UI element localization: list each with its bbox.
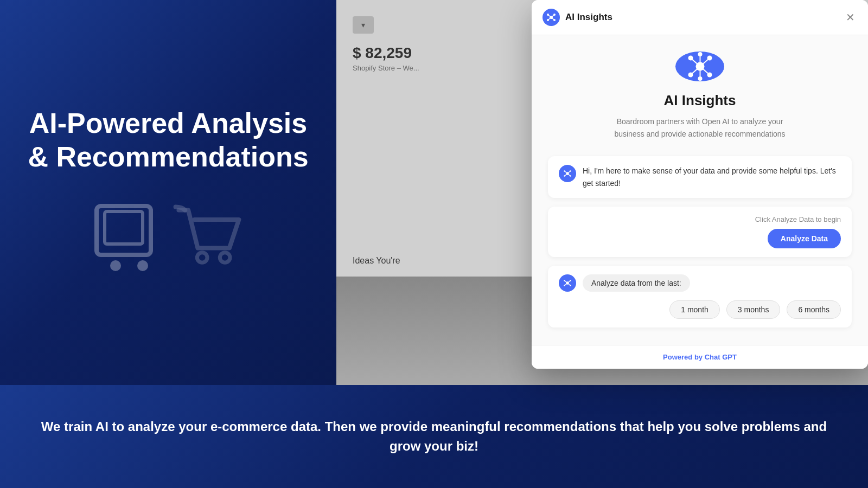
chat-avatar-1 <box>559 165 576 182</box>
chat-text-1: Hi, I'm here to make sense of your data … <box>583 165 841 189</box>
svg-point-5 <box>220 253 231 263</box>
background-panel: ▾ $ 82,259 Shopify Store – We... Ideas Y… <box>336 0 868 385</box>
time-option-3months[interactable]: 3 months <box>726 300 781 319</box>
svg-point-3 <box>137 260 148 271</box>
svg-line-25 <box>700 67 710 75</box>
svg-line-23 <box>700 58 710 67</box>
bg-dropdown[interactable]: ▾ <box>353 16 374 34</box>
dropdown-chevron: ▾ <box>361 21 365 29</box>
close-icon[interactable]: ✕ <box>844 10 857 25</box>
ai-insights-dialog: AI Insights ✕ <box>532 0 868 369</box>
bottom-banner: We train AI to analyze your e-commerce d… <box>0 385 868 488</box>
analyze-section: Click Analyze Data to begin Analyze Data <box>548 207 852 257</box>
footer-text: Powered by <box>663 353 705 361</box>
time-option-1month[interactable]: 1 month <box>669 300 720 319</box>
ai-logo <box>675 52 724 81</box>
left-panel-title: AI-Powered Analysis & Recommendations <box>22 106 315 174</box>
svg-point-2 <box>110 260 121 271</box>
chat-row-2: Analyze data from the last: <box>559 274 841 292</box>
dialog-main-title: AI Insights <box>664 92 736 109</box>
analyze-prompt: Analyze data from the last: <box>583 274 690 292</box>
cart-icon <box>91 201 245 279</box>
chat-message-2: Analyze data from the last: 1 month 3 mo… <box>548 266 852 328</box>
svg-line-24 <box>691 67 700 75</box>
analyze-data-button[interactable]: Analyze Data <box>768 229 841 248</box>
dialog-body: AI Insights Boardroom partners with Open… <box>532 35 868 345</box>
svg-rect-1 <box>105 211 143 244</box>
left-panel: AI-Powered Analysis & Recommendations <box>0 0 336 385</box>
svg-point-4 <box>197 253 208 263</box>
dialog-footer: Powered by Chat GPT <box>532 345 868 369</box>
bg-ideas-text: Ideas You're <box>353 256 400 266</box>
time-option-6months[interactable]: 6 months <box>787 300 841 319</box>
dialog-header-title: AI Insights <box>565 12 844 23</box>
time-options: 1 month 3 months 6 months <box>559 300 841 319</box>
dialog-header-icon <box>542 9 560 26</box>
chat-message-1: Hi, I'm here to make sense of your data … <box>548 156 852 198</box>
footer-brand: Chat GPT <box>705 353 737 361</box>
bottom-banner-text: We train AI to analyze your e-commerce d… <box>33 417 835 456</box>
dialog-header: AI Insights ✕ <box>532 0 868 35</box>
dialog-description: Boardroom partners with Open AI to analy… <box>602 115 797 140</box>
svg-line-22 <box>691 58 700 67</box>
chat-avatar-2 <box>559 274 576 292</box>
click-hint: Click Analyze Data to begin <box>559 215 841 223</box>
